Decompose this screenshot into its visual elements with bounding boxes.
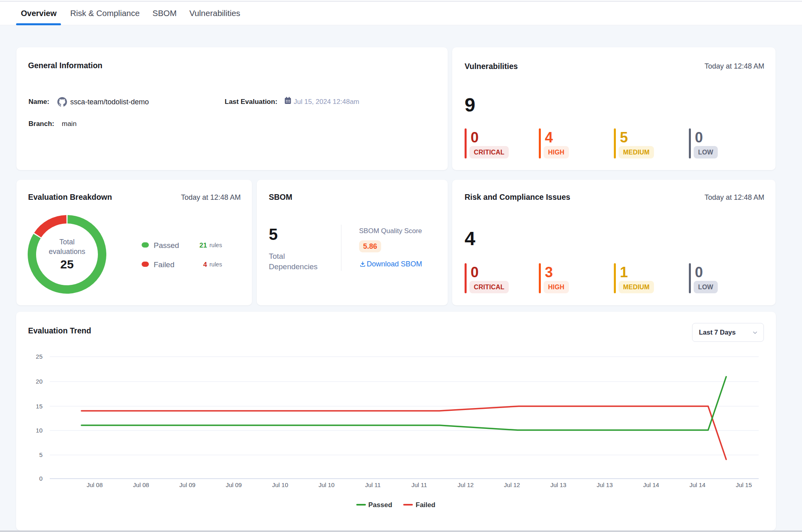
svg-text:Jul 14: Jul 14 [689,481,705,488]
svg-text:Jul 15: Jul 15 [736,481,752,488]
svg-text:Jul 08: Jul 08 [133,481,149,488]
svg-text:Jul 10: Jul 10 [272,481,288,488]
svg-text:20: 20 [36,378,43,385]
svg-text:Jul 11: Jul 11 [365,481,381,488]
svg-text:15: 15 [36,403,43,410]
svg-text:Jul 10: Jul 10 [319,481,335,488]
svg-text:Jul 12: Jul 12 [458,481,474,488]
svg-text:Jul 14: Jul 14 [643,481,659,488]
svg-text:Jul 13: Jul 13 [550,481,566,488]
svg-text:Jul 08: Jul 08 [87,481,103,488]
svg-text:Jul 12: Jul 12 [504,481,520,488]
svg-text:10: 10 [36,427,43,434]
svg-text:Jul 09: Jul 09 [226,481,242,488]
svg-text:Jul 09: Jul 09 [179,481,195,488]
svg-text:5: 5 [39,451,43,458]
svg-text:Jul 11: Jul 11 [412,481,427,488]
svg-text:0: 0 [39,475,43,482]
svg-text:Jul 13: Jul 13 [597,481,613,488]
svg-text:25: 25 [36,353,43,360]
